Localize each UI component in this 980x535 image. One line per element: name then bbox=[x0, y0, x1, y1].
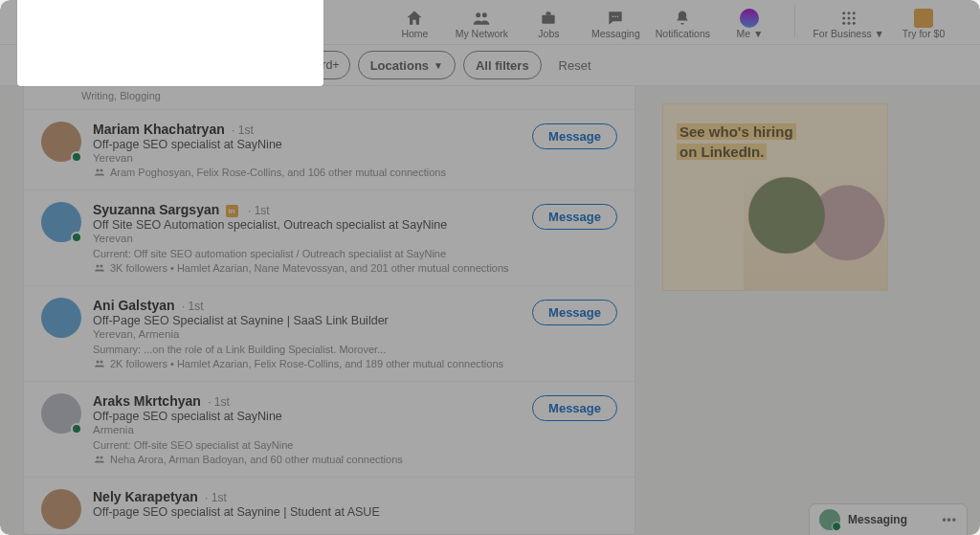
messaging-icon bbox=[606, 9, 625, 28]
svg-point-19 bbox=[97, 265, 100, 268]
result-location: Yerevan bbox=[93, 233, 617, 244]
premium-icon bbox=[914, 9, 933, 28]
people-icon bbox=[93, 262, 106, 274]
result-name[interactable]: Syuzanna Sargsyan bbox=[93, 202, 219, 217]
svg-point-12 bbox=[847, 17, 850, 20]
svg-point-10 bbox=[852, 11, 855, 14]
avatar[interactable] bbox=[41, 489, 81, 529]
nav-network-label: My Network bbox=[456, 28, 508, 39]
nav-try[interactable]: Try for $0 bbox=[896, 5, 951, 39]
nav-try-label: Try for $0 bbox=[902, 28, 946, 39]
svg-point-3 bbox=[482, 12, 487, 17]
svg-point-2 bbox=[477, 12, 481, 17]
avatar[interactable] bbox=[41, 298, 81, 338]
nav-jobs-label: Jobs bbox=[538, 28, 559, 39]
messaging-dock-label: Messaging bbox=[848, 513, 907, 526]
avatar[interactable] bbox=[41, 122, 81, 162]
svg-point-17 bbox=[97, 169, 100, 172]
result-location: Armenia bbox=[93, 424, 617, 435]
presence-dot bbox=[71, 232, 82, 243]
result-item: Ani Galstyan · 1st Off-Page SEO Speciali… bbox=[24, 285, 635, 381]
result-mutual: 3K followers • Hamlet Azarian, Nane Mate… bbox=[93, 262, 617, 274]
message-button[interactable]: Message bbox=[532, 123, 617, 149]
ad-text: See who's hiringon LinkedIn. bbox=[677, 122, 796, 162]
avatar[interactable] bbox=[41, 393, 81, 434]
avatar-icon bbox=[819, 509, 840, 530]
result-degree: · 1st bbox=[202, 491, 227, 504]
premium-badge-icon bbox=[226, 205, 238, 217]
result-item: Araks Mkrtchyan · 1st Off-page SEO speci… bbox=[24, 381, 635, 477]
nav-network[interactable]: My Network bbox=[454, 5, 509, 39]
svg-point-15 bbox=[847, 22, 850, 25]
result-item: Mariam Khachatryan · 1st Off-page SEO sp… bbox=[24, 109, 635, 189]
people-icon bbox=[93, 167, 106, 178]
skill-tags-fragment: Writing, Blogging bbox=[24, 86, 635, 109]
more-icon[interactable]: ••• bbox=[942, 513, 957, 526]
avatar[interactable] bbox=[41, 202, 81, 242]
result-name[interactable]: Araks Mkrtchyan bbox=[93, 393, 201, 409]
nav-messaging[interactable]: Messaging bbox=[588, 5, 643, 39]
filter-all[interactable]: All filters bbox=[463, 51, 542, 79]
nav-divider bbox=[794, 5, 795, 37]
svg-point-13 bbox=[852, 17, 855, 20]
presence-dot bbox=[71, 423, 82, 435]
search-results: Writing, Blogging Mariam Khachatryan · 1… bbox=[23, 86, 635, 535]
grid-icon bbox=[840, 10, 858, 27]
svg-point-11 bbox=[842, 17, 845, 20]
result-item: Nely Karapetyan · 1st Off-page SEO speci… bbox=[24, 477, 635, 535]
result-name[interactable]: Nely Karapetyan bbox=[93, 489, 198, 504]
nav-home[interactable]: Home bbox=[387, 5, 442, 39]
result-degree: · 1st bbox=[179, 300, 204, 313]
svg-point-18 bbox=[100, 169, 103, 172]
message-button[interactable]: Message bbox=[532, 204, 617, 230]
ad-image bbox=[744, 166, 887, 290]
home-icon bbox=[405, 9, 424, 28]
nav-jobs[interactable]: Jobs bbox=[521, 5, 576, 39]
jobs-icon bbox=[539, 9, 558, 28]
messaging-dock[interactable]: Messaging ••• bbox=[810, 504, 967, 535]
bell-icon bbox=[673, 9, 692, 28]
result-current: Current: Off site SEO automation special… bbox=[93, 248, 617, 259]
people-icon bbox=[93, 454, 106, 465]
network-icon bbox=[472, 9, 491, 28]
svg-point-6 bbox=[615, 16, 617, 18]
nav-notifications-label: Notifications bbox=[656, 28, 710, 39]
svg-point-23 bbox=[97, 457, 100, 459]
nav-me-label: Me ▼ bbox=[736, 28, 763, 39]
filter-locations[interactable]: Locations▼ bbox=[358, 51, 456, 79]
svg-point-8 bbox=[842, 11, 845, 14]
result-name[interactable]: Ani Galstyan bbox=[93, 298, 175, 313]
svg-point-9 bbox=[847, 11, 850, 14]
presence-dot bbox=[71, 151, 82, 163]
svg-rect-4 bbox=[543, 15, 555, 24]
svg-point-7 bbox=[617, 16, 619, 18]
svg-point-21 bbox=[97, 361, 100, 364]
result-title: Off-page SEO specialist at Saynine | Stu… bbox=[93, 505, 617, 519]
result-summary: Summary: ...on the role of a Link Buildi… bbox=[93, 344, 617, 355]
svg-point-22 bbox=[100, 361, 103, 364]
filter-reset[interactable]: Reset bbox=[559, 58, 591, 73]
nav-notifications[interactable]: Notifications bbox=[655, 5, 710, 39]
result-current: Current: Off-site SEO specialist at SayN… bbox=[93, 439, 617, 451]
nav-business[interactable]: For Business ▼ bbox=[813, 5, 884, 39]
nav-messaging-label: Messaging bbox=[591, 28, 640, 39]
svg-point-24 bbox=[100, 457, 103, 459]
result-location: Yerevan bbox=[93, 152, 617, 164]
ad-hiring[interactable]: See who's hiringon LinkedIn. bbox=[662, 103, 888, 291]
result-degree: · 1st bbox=[245, 204, 270, 217]
result-mutual: 2K followers • Hamlet Azarian, Felix Ros… bbox=[93, 358, 617, 369]
result-degree: · 1st bbox=[205, 395, 230, 409]
result-mutual: Aram Poghosyan, Felix Rose-Collins, and … bbox=[93, 167, 617, 178]
message-button[interactable]: Message bbox=[532, 300, 617, 325]
nav-me[interactable]: Me ▼ bbox=[722, 5, 777, 39]
result-mutual: Neha Arora, Arman Badoyan, and 60 other … bbox=[93, 454, 617, 465]
svg-point-20 bbox=[100, 265, 103, 268]
avatar-icon bbox=[740, 9, 759, 28]
result-name[interactable]: Mariam Khachatryan bbox=[93, 122, 225, 137]
nav-home-label: Home bbox=[401, 28, 428, 39]
result-item: Syuzanna Sargsyan · 1st Off Site SEO Aut… bbox=[24, 189, 635, 285]
message-button[interactable]: Message bbox=[532, 395, 617, 421]
chevron-down-icon: ▼ bbox=[434, 60, 443, 71]
result-degree: · 1st bbox=[229, 123, 254, 137]
nav-business-label: For Business ▼ bbox=[813, 28, 884, 39]
